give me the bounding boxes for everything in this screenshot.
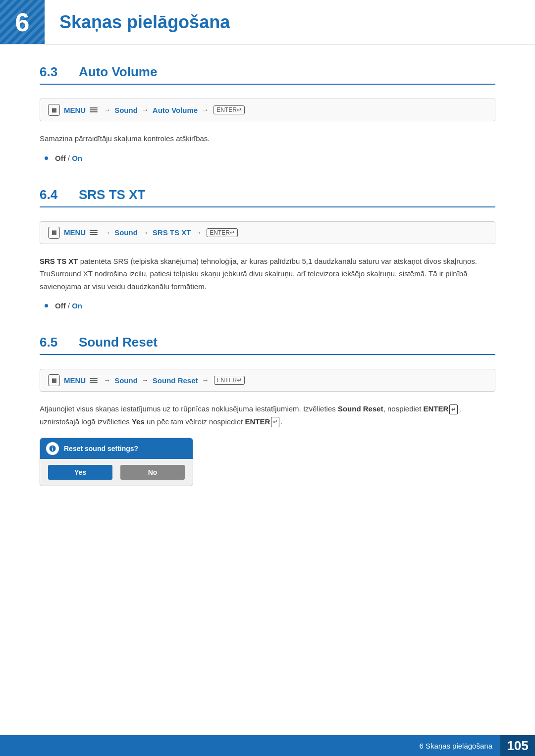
footer-page-number: 105 (500, 735, 535, 756)
dialog-yes-button[interactable]: Yes (48, 465, 112, 480)
reset-dialog: i Reset sound settings? Yes No (40, 438, 193, 486)
nav-srs-ts-xt-6-4: SRS TS XT (153, 228, 191, 237)
section-6-4-options: Off / On (40, 302, 495, 310)
dialog-question-text: Reset sound settings? (64, 445, 138, 453)
section-6-5: 6.5 Sound Reset ▩ MENU → Sound → Sound R… (40, 335, 495, 486)
chapter-title: Skaņas pielāgošana (59, 12, 230, 33)
option-text-6-4: Off / On (55, 302, 82, 310)
nav-arrow-2-6-4: → (142, 229, 149, 237)
section-6-3-nav: ▩ MENU → Sound → Auto Volume → ENTER↵ (40, 99, 495, 121)
section-6-4-title: SRS TS XT (79, 187, 145, 202)
enter-inline-bold-2: ENTER↵ (245, 417, 280, 426)
bullet-dot-6-3 (45, 156, 48, 160)
footer-chapter-label: 6 Skaņas pielāgošana (419, 742, 500, 750)
nav-menu-label-6-4: MENU (64, 228, 86, 237)
bullet-dot-6-4 (45, 304, 48, 307)
nav-arrow-3-6-4: → (195, 229, 202, 237)
nav-menu-label-6-5: MENU (64, 376, 86, 385)
on-label-6-3: On (72, 154, 82, 162)
section-6-5-nav: ▩ MENU → Sound → Sound Reset → ENTER↵ (40, 369, 495, 392)
dialog-info-icon: i (46, 442, 59, 455)
section-6-4-nav: ▩ MENU → Sound → SRS TS XT → ENTER↵ (40, 221, 495, 244)
dialog-buttons-row: Yes No (40, 459, 193, 486)
section-6-5-description: Atjaunojiet visus skaņas iestatījumus uz… (40, 403, 495, 428)
option-text-6-3: Off / On (55, 154, 82, 162)
dialog-header: i Reset sound settings? (40, 438, 193, 459)
section-6-3: 6.3 Auto Volume ▩ MENU → Sound → Auto Vo… (40, 64, 495, 162)
enter-inline-bold-1: ENTER↵ (424, 404, 459, 413)
nav-grid-icon-6-4 (90, 230, 98, 235)
section-6-3-option-off-on: Off / On (45, 154, 495, 162)
nav-arrow-2-6-5: → (142, 376, 149, 384)
nav-enter-6-4: ENTER↵ (207, 228, 238, 237)
nav-arrow-3-6-5: → (202, 376, 209, 384)
header-title-block: Skaņas pielāgošana (45, 0, 230, 44)
off-label-6-3: Off (55, 154, 66, 162)
nav-grid-icon-6-3 (90, 107, 98, 112)
svg-text:i: i (52, 446, 53, 452)
nav-enter-6-5: ENTER↵ (214, 376, 245, 385)
nav-arrow-1-6-3: → (104, 106, 110, 114)
srs-ts-xt-bold: SRS TS XT (40, 257, 78, 265)
section-6-5-header: 6.5 Sound Reset (40, 335, 495, 355)
chapter-number-block: 6 (0, 0, 45, 44)
section-6-4: 6.4 SRS TS XT ▩ MENU → Sound → SRS TS XT… (40, 187, 495, 310)
nav-sound-6-5: Sound (114, 376, 138, 385)
section-6-3-number: 6.3 (40, 64, 67, 80)
menu-remote-icon: ▩ (48, 104, 60, 116)
separator-6-4: / (68, 302, 72, 310)
section-6-5-number: 6.5 (40, 335, 67, 350)
section-6-3-description: Samazina pārraidītāju skaļuma kontroles … (40, 132, 495, 145)
sound-reset-inline-bold: Sound Reset (338, 404, 383, 413)
section-6-4-number: 6.4 (40, 187, 67, 202)
nav-menu-label-6-3: MENU (64, 106, 86, 114)
separator-6-3: / (68, 154, 72, 162)
menu-remote-icon-6-4: ▩ (48, 227, 60, 239)
section-6-3-title: Auto Volume (79, 64, 157, 80)
on-label-6-4: On (72, 302, 82, 310)
nav-grid-icon-6-5 (90, 378, 98, 383)
section-6-3-header: 6.3 Auto Volume (40, 64, 495, 85)
section-6-4-option-off-on: Off / On (45, 302, 495, 310)
main-content: 6.3 Auto Volume ▩ MENU → Sound → Auto Vo… (0, 45, 535, 551)
nav-arrow-1-6-5: → (104, 376, 110, 384)
page-header: 6 Skaņas pielāgošana (0, 0, 535, 45)
nav-auto-volume-6-3: Auto Volume (153, 106, 198, 114)
section-6-4-header: 6.4 SRS TS XT (40, 187, 495, 207)
nav-arrow-1-6-4: → (104, 229, 110, 237)
dialog-no-button[interactable]: No (120, 465, 185, 480)
nav-arrow-3-6-3: → (202, 106, 209, 114)
nav-sound-6-4: Sound (114, 228, 138, 237)
section-6-4-description: SRS TS XT patentēta SRS (telpiskā skanēj… (40, 255, 495, 293)
section-6-5-title: Sound Reset (79, 335, 158, 350)
chapter-number: 6 (15, 7, 30, 37)
nav-arrow-2-6-3: → (142, 106, 149, 114)
off-label-6-4: Off (55, 302, 66, 310)
yes-inline-bold: Yes (132, 417, 145, 426)
menu-remote-icon-6-5: ▩ (48, 374, 60, 386)
nav-sound-6-3: Sound (114, 106, 138, 114)
section-6-3-options: Off / On (40, 154, 495, 162)
page-footer: 6 Skaņas pielāgošana 105 (0, 735, 535, 756)
nav-enter-6-3: ENTER↵ (214, 105, 245, 114)
nav-sound-reset-6-5: Sound Reset (153, 376, 198, 385)
